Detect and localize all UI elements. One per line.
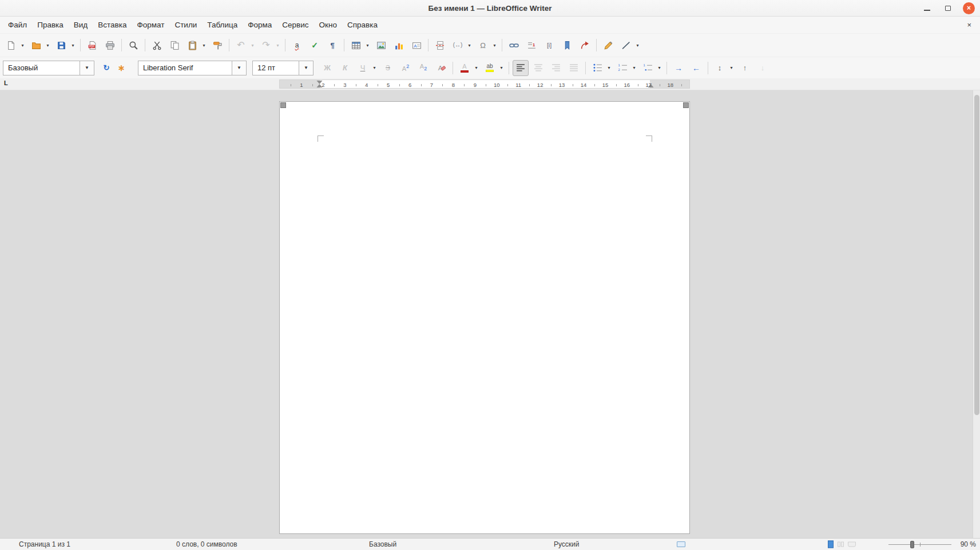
font-name-value[interactable]: Liberation Serif	[138, 61, 232, 75]
document-area[interactable]	[0, 90, 980, 538]
insert-line-button[interactable]	[618, 37, 634, 53]
insert-table-button[interactable]	[348, 37, 364, 53]
menu-insert[interactable]: Вставка	[93, 18, 132, 32]
align-center-button[interactable]	[530, 60, 546, 76]
font-color-button[interactable]: А	[457, 60, 473, 76]
menu-help[interactable]: Справка	[342, 18, 383, 32]
superscript-button[interactable]: A2	[398, 60, 414, 76]
zoom-slider[interactable]	[888, 539, 951, 550]
paragraph-style-value[interactable]: Базовый	[3, 61, 80, 75]
page-style-status[interactable]: Базовый	[369, 540, 396, 548]
new-document-dropdown[interactable]: ▾	[19, 37, 26, 53]
insert-cross-reference-button[interactable]	[577, 37, 593, 53]
menu-view[interactable]: Вид	[69, 18, 93, 32]
justify-button[interactable]	[566, 60, 582, 76]
outline-list-button[interactable]: 1	[640, 60, 656, 76]
insert-field-dropdown[interactable]: ▾	[466, 37, 473, 53]
vertical-scrollbar[interactable]	[973, 90, 980, 538]
bullet-list-button[interactable]	[589, 60, 605, 76]
insert-page-break-button[interactable]	[432, 37, 448, 53]
redo-button[interactable]: ↷	[258, 37, 274, 53]
titlebar[interactable]: Без имени 1 — LibreOffice Writer ×	[0, 0, 980, 17]
open-button[interactable]	[28, 37, 44, 53]
insert-bookmark-button[interactable]	[559, 37, 575, 53]
insert-chart-button[interactable]	[391, 37, 407, 53]
document-page[interactable]	[279, 101, 690, 534]
single-page-view-icon[interactable]	[828, 541, 834, 548]
redo-dropdown[interactable]: ▾	[274, 37, 281, 53]
word-count-status[interactable]: 0 слов, 0 символов	[176, 540, 237, 548]
underline-dropdown[interactable]: ▾	[371, 60, 378, 76]
menu-edit[interactable]: Правка	[32, 18, 69, 32]
numbered-list-button[interactable]: 12	[614, 60, 630, 76]
find-replace-button[interactable]	[125, 37, 141, 53]
paragraph-style-dropdown[interactable]: ▼	[80, 61, 94, 75]
update-style-button[interactable]: ↻	[99, 61, 114, 75]
close-button[interactable]: ×	[963, 2, 975, 14]
language-status[interactable]: Русский	[554, 540, 580, 548]
insert-special-character-dropdown[interactable]: ▾	[491, 37, 498, 53]
spelling-button[interactable]: a	[289, 37, 305, 53]
menu-form[interactable]: Форма	[243, 18, 277, 32]
new-style-button[interactable]: ∗	[114, 61, 129, 75]
auto-spellcheck-button[interactable]: ✓	[307, 37, 323, 53]
restore-button[interactable]	[942, 2, 954, 14]
paste-dropdown[interactable]: ▾	[200, 37, 208, 53]
paste-button[interactable]	[184, 37, 200, 53]
insert-table-dropdown[interactable]: ▾	[364, 37, 371, 53]
align-right-button[interactable]	[548, 60, 564, 76]
zoom-level[interactable]: 90 %	[961, 540, 976, 548]
insert-footnote-button[interactable]: 1	[523, 37, 539, 53]
subscript-button[interactable]: A2	[415, 60, 431, 76]
scrollbar-thumb[interactable]	[974, 95, 979, 415]
font-size-combobox[interactable]: 12 пт ▼	[252, 61, 314, 75]
export-pdf-button[interactable]: PDF	[84, 37, 100, 53]
insert-hyperlink-button[interactable]	[506, 37, 522, 53]
insert-endnote-button[interactable]: [i]	[541, 37, 557, 53]
decrease-indent-button[interactable]: ←	[688, 60, 704, 76]
outline-list-dropdown[interactable]: ▾	[656, 60, 663, 76]
font-name-combobox[interactable]: Liberation Serif ▼	[138, 61, 247, 75]
numbered-list-dropdown[interactable]: ▾	[630, 60, 638, 76]
insert-textbox-button[interactable]: A	[408, 37, 424, 53]
close-document-button[interactable]: ×	[967, 21, 977, 29]
save-button[interactable]	[53, 37, 69, 53]
formatting-marks-button[interactable]: ¶	[324, 37, 340, 53]
zoom-slider-thumb[interactable]	[910, 541, 914, 548]
horizontal-ruler[interactable]: L 123456789101112131415161718	[0, 78, 980, 90]
tab-stop-type-selector[interactable]: L	[4, 79, 8, 86]
track-changes-button[interactable]	[600, 37, 616, 53]
highlight-color-dropdown[interactable]: ▾	[498, 60, 505, 76]
menu-tools[interactable]: Сервис	[277, 18, 314, 32]
cut-button[interactable]	[149, 37, 165, 53]
highlight-color-button[interactable]: ab	[482, 60, 498, 76]
increase-indent-button[interactable]: →	[670, 60, 687, 76]
menu-window[interactable]: Окно	[314, 18, 342, 32]
ruler-scale[interactable]: 123456789101112131415161718	[279, 79, 690, 89]
print-button[interactable]	[102, 37, 118, 53]
selection-mode-icon[interactable]	[677, 541, 685, 547]
minimize-button[interactable]	[921, 2, 933, 14]
bullet-list-dropdown[interactable]: ▾	[605, 60, 613, 76]
book-view-icon[interactable]	[848, 542, 856, 547]
line-spacing-dropdown[interactable]: ▾	[728, 60, 735, 76]
strikethrough-button[interactable]: З	[380, 60, 396, 76]
open-dropdown[interactable]: ▾	[44, 37, 51, 53]
undo-dropdown[interactable]: ▾	[249, 37, 256, 53]
font-size-dropdown[interactable]: ▼	[299, 61, 314, 75]
italic-button[interactable]: К	[337, 60, 353, 76]
save-dropdown[interactable]: ▾	[69, 37, 77, 53]
insert-field-button[interactable]: (↔)	[450, 37, 466, 53]
paragraph-style-combobox[interactable]: Базовый ▼	[3, 61, 94, 75]
menu-format[interactable]: Формат	[132, 18, 169, 32]
menu-styles[interactable]: Стили	[169, 18, 202, 32]
menu-table[interactable]: Таблица	[202, 18, 243, 32]
increase-paragraph-spacing-button[interactable]: ↑	[737, 60, 753, 76]
undo-button[interactable]: ↶	[233, 37, 249, 53]
font-color-dropdown[interactable]: ▾	[473, 60, 480, 76]
page-number-status[interactable]: Страница 1 из 1	[19, 540, 70, 548]
new-document-button[interactable]	[3, 37, 19, 53]
insert-line-dropdown[interactable]: ▾	[634, 37, 641, 53]
multi-page-view-icon[interactable]	[838, 542, 844, 547]
line-spacing-button[interactable]: ↕	[712, 60, 728, 76]
